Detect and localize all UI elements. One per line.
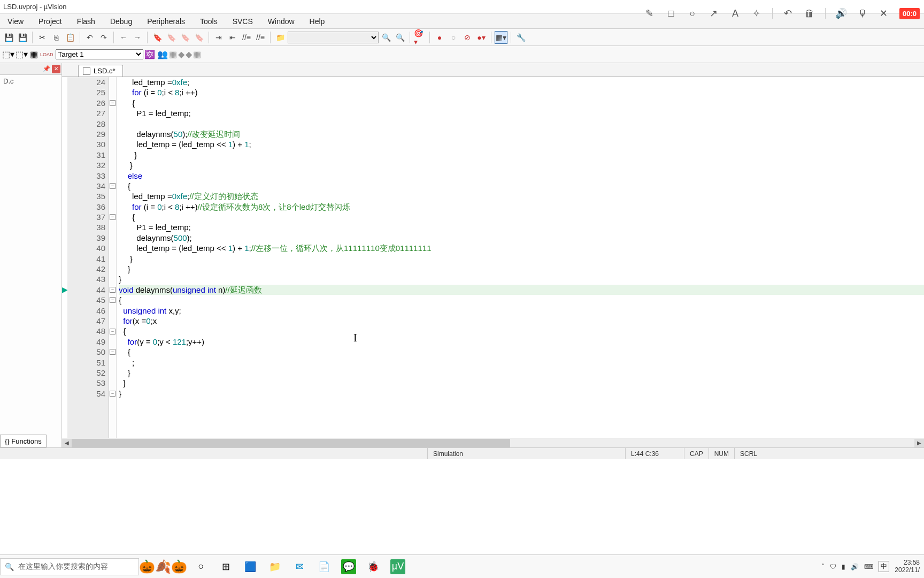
highlighter-icon[interactable]: ✧	[751, 7, 763, 19]
mic-icon[interactable]: 🎙	[857, 7, 868, 19]
nav-back-icon[interactable]: ←	[117, 31, 130, 44]
functions-tab[interactable]: {} Functions	[0, 435, 47, 447]
find-file-icon[interactable]: 🔍	[380, 31, 392, 44]
menu-tools[interactable]: Tools	[196, 16, 222, 27]
scroll-track[interactable]	[72, 439, 914, 447]
text-icon[interactable]: A	[729, 7, 741, 19]
cut-icon[interactable]: ✂	[36, 31, 49, 44]
scroll-thumb[interactable]	[72, 439, 510, 447]
tray-usb-icon[interactable]: ▮	[842, 563, 845, 571]
undo-icon[interactable]: ↶	[83, 31, 96, 44]
build-toolbar: ⬚▾ ⬚▾ ▦ LOAD Target 1 🔯 👥 ▦ ◆ ◆ ▦	[0, 46, 924, 63]
tray-chevron-icon[interactable]: ˄	[821, 563, 825, 571]
uvision-icon[interactable]: µV	[390, 559, 405, 574]
debug-icon[interactable]: 🎯▾	[413, 31, 426, 44]
scroll-left-icon[interactable]: ◀	[62, 439, 72, 447]
editor-area: LSD.c* ▶ 2425262728293031323334353637383…	[62, 63, 924, 447]
target-selector[interactable]: Target 1	[56, 49, 143, 59]
app-icon[interactable]: 🐞	[366, 559, 381, 574]
comment-icon[interactable]: //≡	[240, 31, 253, 44]
project-tree[interactable]: D.c	[0, 75, 61, 87]
close-icon[interactable]: ✕	[878, 7, 890, 19]
menu-svcs[interactable]: SVCS	[228, 16, 257, 27]
pin-icon[interactable]: 📌	[42, 65, 51, 73]
code-lines[interactable]: led_temp =0xfe; for (i = 0;i < 8;i ++) {…	[117, 77, 924, 438]
separator	[772, 8, 773, 19]
tray-ime[interactable]: 中	[879, 561, 889, 572]
separator	[80, 32, 80, 43]
menu-view[interactable]: View	[3, 16, 28, 27]
books-icon[interactable]: ◆	[178, 49, 184, 59]
uncomment-icon[interactable]: //≡	[254, 31, 267, 44]
task-view-icon[interactable]: ⊞	[218, 559, 233, 574]
save-all-icon[interactable]: 💾	[16, 31, 29, 44]
bookmark-next-icon[interactable]: 🔖	[179, 31, 191, 44]
wechat-icon[interactable]: 💬	[341, 559, 356, 574]
translate-icon[interactable]: ⬚▾	[2, 49, 14, 59]
separator	[410, 32, 410, 43]
menu-help[interactable]: Help	[305, 16, 329, 27]
cortana-icon[interactable]: ○	[194, 559, 209, 574]
arrow-icon[interactable]: ↗	[708, 7, 720, 19]
scroll-right-icon[interactable]: ▶	[914, 439, 924, 447]
file-icon	[83, 67, 90, 75]
tab-bar: LSD.c*	[62, 63, 924, 77]
menu-window[interactable]: Window	[264, 16, 299, 27]
batch-icon[interactable]: ▦	[193, 49, 201, 59]
nav-forward-icon[interactable]: →	[131, 31, 144, 44]
file-ext-icon[interactable]: ▦	[169, 49, 177, 59]
breakpoint-disable-icon[interactable]: ○	[447, 31, 460, 44]
file-tab[interactable]: LSD.c*	[78, 65, 123, 77]
taskbar-search[interactable]: 🔍 在这里输入你要搜索的内容	[0, 558, 139, 575]
find-icon[interactable]: 📁	[274, 31, 287, 44]
square-icon[interactable]: □	[665, 7, 677, 19]
separator	[825, 8, 826, 19]
undo-icon[interactable]: ↶	[782, 7, 794, 19]
build-icon[interactable]: ⬚▾	[16, 49, 28, 59]
tree-file[interactable]: D.c	[3, 77, 14, 85]
menu-debug[interactable]: Debug	[106, 16, 136, 27]
find-combo[interactable]	[288, 32, 379, 43]
download-icon[interactable]: LOAD	[40, 52, 53, 57]
pencil-icon[interactable]: ✎	[644, 7, 656, 19]
indent-icon[interactable]: ⇥	[212, 31, 225, 44]
breakpoint-icon[interactable]: ●	[433, 31, 446, 44]
rebuild-icon[interactable]: ▦	[30, 49, 38, 59]
tray-keyboard-icon[interactable]: ⌨	[864, 563, 873, 571]
breakpoint-list-icon[interactable]: ●▾	[475, 31, 488, 44]
redo-icon[interactable]: ↷	[97, 31, 110, 44]
explorer-icon[interactable]: 📁	[267, 559, 282, 574]
bookmark-prev-icon[interactable]: 🔖	[165, 31, 178, 44]
tray-volume-icon[interactable]: 🔊	[851, 563, 859, 571]
line-number-gutter: 2425262728293031323334353637383940414243…	[67, 77, 109, 438]
incremental-find-icon[interactable]: 🔍	[394, 31, 406, 44]
outdent-icon[interactable]: ⇤	[226, 31, 239, 44]
bookmark-clear-icon[interactable]: 🔖	[192, 31, 205, 44]
env-icon[interactable]: ◆	[186, 49, 192, 59]
edge-icon[interactable]: 🟦	[243, 559, 258, 574]
tray-clock[interactable]: 23:58 2022/11/	[895, 559, 920, 573]
options-icon[interactable]: 🔯	[144, 49, 155, 59]
configure-icon[interactable]: 🔧	[514, 31, 527, 44]
mail-icon[interactable]: ✉	[292, 559, 307, 574]
paste-icon[interactable]: 📋	[64, 31, 76, 44]
breakpoint-kill-icon[interactable]: ⊘	[461, 31, 474, 44]
save-icon[interactable]: 💾	[2, 31, 15, 44]
code-view[interactable]: ▶ 24252627282930313233343536373839404142…	[62, 77, 924, 438]
tray-app-icon[interactable]: 🛡	[830, 563, 836, 571]
horizontal-scrollbar[interactable]: ◀ ▶	[62, 438, 924, 447]
close-icon[interactable]: ✕	[52, 65, 60, 73]
office-icon[interactable]: 📄	[317, 559, 332, 574]
record-timer[interactable]: 00:0	[899, 8, 920, 19]
fold-column: −−−−−−−−	[109, 77, 117, 438]
manage-icon[interactable]: 👥	[157, 49, 168, 59]
window-layout-icon[interactable]: ▦▾	[495, 31, 507, 44]
menu-project[interactable]: Project	[34, 16, 66, 27]
copy-icon[interactable]: ⎘	[50, 31, 63, 44]
trash-icon[interactable]: 🗑	[804, 7, 815, 19]
menu-flash[interactable]: Flash	[73, 16, 99, 27]
menu-peripherals[interactable]: Peripherals	[143, 16, 189, 27]
bookmark-icon[interactable]: 🔖	[151, 31, 164, 44]
speaker-icon[interactable]: 🔊	[835, 7, 847, 19]
circle-icon[interactable]: ○	[687, 7, 698, 19]
